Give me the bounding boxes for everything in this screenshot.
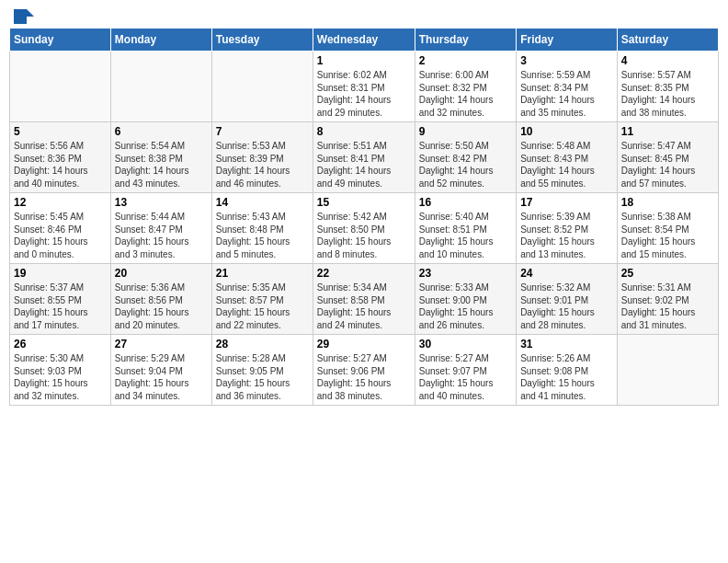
day-info: Sunrise: 5:36 AM Sunset: 8:56 PM Dayligh… <box>115 282 208 331</box>
calendar-cell: 9Sunrise: 5:50 AM Sunset: 8:42 PM Daylig… <box>415 122 516 193</box>
calendar-week-row: 12Sunrise: 5:45 AM Sunset: 8:46 PM Dayli… <box>10 193 719 264</box>
day-info: Sunrise: 5:38 AM Sunset: 8:54 PM Dayligh… <box>621 211 714 260</box>
day-number: 25 <box>621 267 714 280</box>
day-info: Sunrise: 5:33 AM Sunset: 9:00 PM Dayligh… <box>419 282 512 331</box>
calendar-cell: 22Sunrise: 5:34 AM Sunset: 8:58 PM Dayli… <box>313 264 415 335</box>
day-number: 20 <box>115 267 208 280</box>
calendar-week-row: 5Sunrise: 5:56 AM Sunset: 8:36 PM Daylig… <box>10 122 719 193</box>
day-number: 3 <box>520 54 613 67</box>
page-header <box>9 9 719 20</box>
calendar-cell: 31Sunrise: 5:26 AM Sunset: 9:08 PM Dayli… <box>517 335 618 406</box>
day-number: 2 <box>419 54 512 67</box>
day-number: 21 <box>216 267 309 280</box>
calendar-cell: 11Sunrise: 5:47 AM Sunset: 8:45 PM Dayli… <box>617 122 718 193</box>
day-info: Sunrise: 5:29 AM Sunset: 9:04 PM Dayligh… <box>115 352 208 402</box>
day-info: Sunrise: 5:37 AM Sunset: 8:55 PM Dayligh… <box>14 282 107 331</box>
day-number: 4 <box>621 54 714 67</box>
day-info: Sunrise: 5:59 AM Sunset: 8:34 PM Dayligh… <box>520 69 613 119</box>
day-info: Sunrise: 5:30 AM Sunset: 9:03 PM Dayligh… <box>14 352 107 402</box>
day-info: Sunrise: 5:53 AM Sunset: 8:39 PM Dayligh… <box>216 140 309 190</box>
logo-icon <box>14 9 34 24</box>
calendar-cell: 24Sunrise: 5:32 AM Sunset: 9:01 PM Dayli… <box>517 264 618 335</box>
calendar-cell: 2Sunrise: 6:00 AM Sunset: 8:32 PM Daylig… <box>415 52 516 122</box>
calendar-cell: 23Sunrise: 5:33 AM Sunset: 9:00 PM Dayli… <box>415 264 516 335</box>
day-info: Sunrise: 5:40 AM Sunset: 8:51 PM Dayligh… <box>419 211 512 260</box>
calendar-cell: 10Sunrise: 5:48 AM Sunset: 8:43 PM Dayli… <box>517 122 618 193</box>
day-number: 7 <box>216 125 309 138</box>
day-number: 16 <box>419 196 512 209</box>
day-info: Sunrise: 5:34 AM Sunset: 8:58 PM Dayligh… <box>317 282 411 331</box>
day-of-week-header: Friday <box>517 29 618 52</box>
calendar-cell: 18Sunrise: 5:38 AM Sunset: 8:54 PM Dayli… <box>617 193 718 264</box>
day-of-week-header: Sunday <box>10 29 111 52</box>
day-of-week-header: Tuesday <box>211 29 313 52</box>
calendar-cell: 19Sunrise: 5:37 AM Sunset: 8:55 PM Dayli… <box>10 264 111 335</box>
day-number: 1 <box>317 54 411 67</box>
day-info: Sunrise: 5:45 AM Sunset: 8:46 PM Dayligh… <box>14 211 107 260</box>
day-number: 5 <box>14 125 107 138</box>
calendar-week-row: 1Sunrise: 6:02 AM Sunset: 8:31 PM Daylig… <box>10 52 719 122</box>
day-number: 24 <box>520 267 613 280</box>
calendar-cell: 5Sunrise: 5:56 AM Sunset: 8:36 PM Daylig… <box>10 122 111 193</box>
day-info: Sunrise: 5:27 AM Sunset: 9:06 PM Dayligh… <box>317 352 411 402</box>
day-number: 12 <box>14 196 107 209</box>
calendar-cell: 30Sunrise: 5:27 AM Sunset: 9:07 PM Dayli… <box>415 335 516 406</box>
day-info: Sunrise: 5:27 AM Sunset: 9:07 PM Dayligh… <box>419 352 512 402</box>
day-number: 6 <box>115 125 208 138</box>
calendar-cell <box>10 52 111 122</box>
day-number: 19 <box>14 267 107 280</box>
day-of-week-header: Saturday <box>617 29 718 52</box>
calendar-cell: 20Sunrise: 5:36 AM Sunset: 8:56 PM Dayli… <box>110 264 211 335</box>
calendar-header-row: SundayMondayTuesdayWednesdayThursdayFrid… <box>10 29 719 52</box>
day-info: Sunrise: 5:50 AM Sunset: 8:42 PM Dayligh… <box>419 140 512 190</box>
day-number: 28 <box>216 338 309 350</box>
calendar-cell: 12Sunrise: 5:45 AM Sunset: 8:46 PM Dayli… <box>10 193 111 264</box>
calendar-cell: 21Sunrise: 5:35 AM Sunset: 8:57 PM Dayli… <box>211 264 313 335</box>
calendar-cell: 6Sunrise: 5:54 AM Sunset: 8:38 PM Daylig… <box>110 122 211 193</box>
day-number: 18 <box>621 196 714 209</box>
day-info: Sunrise: 5:39 AM Sunset: 8:52 PM Dayligh… <box>520 211 613 260</box>
day-info: Sunrise: 5:28 AM Sunset: 9:05 PM Dayligh… <box>216 352 309 402</box>
calendar-week-row: 19Sunrise: 5:37 AM Sunset: 8:55 PM Dayli… <box>10 264 719 335</box>
calendar-week-row: 26Sunrise: 5:30 AM Sunset: 9:03 PM Dayli… <box>10 335 719 406</box>
day-info: Sunrise: 5:43 AM Sunset: 8:48 PM Dayligh… <box>216 211 309 260</box>
day-number: 23 <box>419 267 512 280</box>
day-info: Sunrise: 5:35 AM Sunset: 8:57 PM Dayligh… <box>216 282 309 331</box>
day-number: 31 <box>520 338 613 350</box>
day-info: Sunrise: 5:44 AM Sunset: 8:47 PM Dayligh… <box>115 211 208 260</box>
calendar-cell: 7Sunrise: 5:53 AM Sunset: 8:39 PM Daylig… <box>211 122 313 193</box>
day-of-week-header: Monday <box>110 29 211 52</box>
calendar-cell: 3Sunrise: 5:59 AM Sunset: 8:34 PM Daylig… <box>517 52 618 122</box>
logo <box>13 9 34 20</box>
day-number: 29 <box>317 338 411 350</box>
calendar-cell <box>617 335 718 406</box>
calendar-cell <box>211 52 313 122</box>
calendar-cell: 1Sunrise: 6:02 AM Sunset: 8:31 PM Daylig… <box>313 52 415 122</box>
day-info: Sunrise: 6:00 AM Sunset: 8:32 PM Dayligh… <box>419 69 512 119</box>
calendar-cell: 8Sunrise: 5:51 AM Sunset: 8:41 PM Daylig… <box>313 122 415 193</box>
calendar-cell: 4Sunrise: 5:57 AM Sunset: 8:35 PM Daylig… <box>617 52 718 122</box>
day-of-week-header: Wednesday <box>313 29 415 52</box>
day-info: Sunrise: 5:56 AM Sunset: 8:36 PM Dayligh… <box>14 140 107 190</box>
calendar-cell: 27Sunrise: 5:29 AM Sunset: 9:04 PM Dayli… <box>110 335 211 406</box>
day-info: Sunrise: 5:48 AM Sunset: 8:43 PM Dayligh… <box>520 140 613 190</box>
day-info: Sunrise: 5:42 AM Sunset: 8:50 PM Dayligh… <box>317 211 411 260</box>
day-info: Sunrise: 6:02 AM Sunset: 8:31 PM Dayligh… <box>317 69 411 119</box>
day-number: 14 <box>216 196 309 209</box>
day-number: 30 <box>419 338 512 350</box>
calendar-cell: 29Sunrise: 5:27 AM Sunset: 9:06 PM Dayli… <box>313 335 415 406</box>
calendar-cell: 17Sunrise: 5:39 AM Sunset: 8:52 PM Dayli… <box>517 193 618 264</box>
day-number: 13 <box>115 196 208 209</box>
day-number: 11 <box>621 125 714 138</box>
day-number: 10 <box>520 125 613 138</box>
calendar-table: SundayMondayTuesdayWednesdayThursdayFrid… <box>9 28 719 406</box>
day-info: Sunrise: 5:51 AM Sunset: 8:41 PM Dayligh… <box>317 140 411 190</box>
day-info: Sunrise: 5:57 AM Sunset: 8:35 PM Dayligh… <box>621 69 714 119</box>
calendar-cell: 28Sunrise: 5:28 AM Sunset: 9:05 PM Dayli… <box>211 335 313 406</box>
day-number: 22 <box>317 267 411 280</box>
day-number: 27 <box>115 338 208 350</box>
day-of-week-header: Thursday <box>415 29 516 52</box>
day-number: 9 <box>419 125 512 138</box>
day-number: 26 <box>14 338 107 350</box>
day-info: Sunrise: 5:54 AM Sunset: 8:38 PM Dayligh… <box>115 140 208 190</box>
